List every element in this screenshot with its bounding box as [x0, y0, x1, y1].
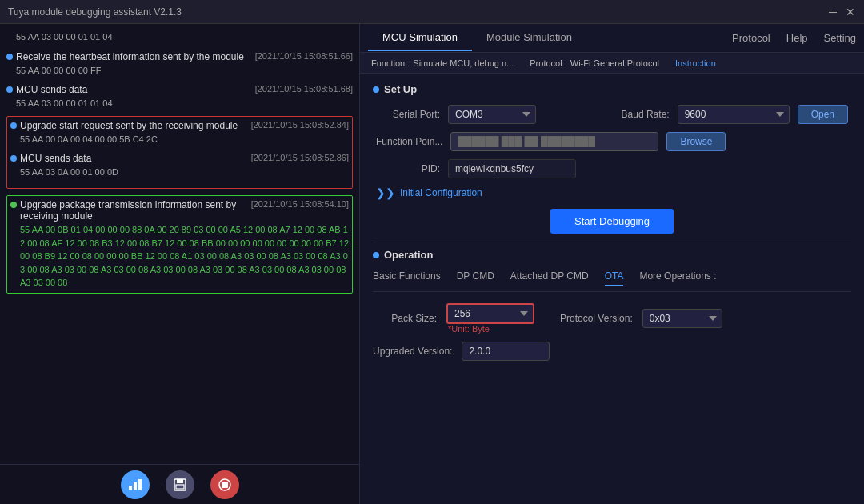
pack-size-row: Pack Size: 256 *Unit: Byte Protocol Vers…	[373, 303, 851, 334]
function-label: Function: Simulate MCU, debug n...	[371, 58, 514, 68]
log-header: Upgrade start request sent by the receiv…	[10, 120, 349, 131]
svg-rect-1	[134, 482, 137, 490]
log-area: 55 AA 03 00 00 01 01 04 Receive the hear…	[0, 24, 359, 464]
svg-rect-7	[222, 482, 228, 488]
instruction-link[interactable]: Instruction	[675, 58, 716, 68]
function-point-label: Function Poin...	[376, 136, 442, 147]
log-header: MCU sends data [2021/10/15 15:08:51.68]	[6, 84, 353, 95]
log-header: Receive the heartbeat information sent b…	[6, 51, 353, 62]
log-hex: 55 AA 03 00 00 01 01 04	[16, 97, 353, 110]
log-dot	[10, 155, 17, 162]
list-item: MCU sends data [2021/10/15 15:08:51.68] …	[6, 84, 353, 110]
protocol-menu[interactable]: Protocol	[732, 32, 770, 44]
setting-menu[interactable]: Setting	[824, 32, 856, 44]
list-item: Upgrade start request sent by the receiv…	[10, 120, 349, 146]
log-dot	[6, 54, 13, 60]
upgraded-version-row: Upgraded Version:	[373, 342, 851, 361]
open-button[interactable]: Open	[798, 105, 848, 124]
tab-mcu-simulation[interactable]: MCU Simulation	[368, 25, 472, 51]
log-dot	[10, 122, 17, 129]
log-header: MCU sends data [2021/10/15 15:08:52.86]	[10, 153, 349, 164]
log-title: MCU sends data	[16, 84, 249, 95]
serial-port-row: Serial Port: COM3 Baud Rate: 9600 Open	[373, 105, 851, 124]
help-menu[interactable]: Help	[786, 32, 808, 44]
baud-rate-select[interactable]: 9600	[678, 105, 790, 124]
svg-rect-5	[176, 485, 184, 489]
upgraded-version-label: Upgraded Version:	[373, 346, 452, 357]
log-title: Upgrade package transmission information…	[20, 199, 245, 222]
list-item: Receive the heartbeat information sent b…	[6, 51, 353, 78]
protocol-value: Wi-Fi General Protocol	[570, 58, 659, 68]
main-layout: 55 AA 03 00 00 01 01 04 Receive the hear…	[0, 24, 864, 504]
close-button[interactable]: ✕	[845, 6, 856, 18]
protocol-version-label: Protocol Version:	[560, 313, 633, 324]
tab-attached-dp-cmd[interactable]: Attached DP CMD	[510, 270, 589, 286]
stop-icon	[218, 478, 232, 492]
tab-dp-cmd[interactable]: DP CMD	[457, 270, 494, 286]
log-timestamp: [2021/10/15 15:08:52.86]	[251, 153, 349, 162]
log-timestamp: [2021/10/15 15:08:51.68]	[255, 84, 353, 94]
upgraded-version-input[interactable]	[462, 342, 550, 361]
setup-dot	[373, 86, 379, 93]
list-item: MCU sends data [2021/10/15 15:08:52.86] …	[10, 153, 349, 179]
log-timestamp: [2021/10/15 15:08:51.66]	[255, 51, 353, 61]
function-value: Simulate MCU, debug n...	[413, 58, 514, 68]
log-hex: 55 AA 00 0A 00 04 00 00 5B C4 2C	[20, 133, 349, 146]
content-area: Set Up Serial Port: COM3 Baud Rate: 9600…	[360, 74, 864, 504]
chart-button[interactable]	[121, 470, 150, 499]
unit-hint: *Unit: Byte	[448, 324, 490, 334]
operation-title: Operation	[384, 249, 433, 261]
setup-title: Set Up	[384, 83, 417, 95]
chart-icon	[128, 478, 142, 492]
bottom-toolbar	[0, 464, 359, 504]
save-icon	[173, 478, 187, 492]
log-hex: 55 AA 00 00 00 00 FF	[16, 64, 353, 78]
protocol-version-select[interactable]: 0x03	[642, 309, 722, 328]
divider	[373, 242, 851, 242]
operation-header: Operation	[373, 249, 851, 261]
log-header: Upgrade package transmission information…	[10, 199, 349, 222]
nav-right: Protocol Help Setting	[732, 32, 856, 44]
window-controls: ─ ✕	[827, 6, 856, 18]
serial-port-select[interactable]: COM3	[448, 105, 536, 124]
top-nav: MCU Simulation Module Simulation Protoco…	[360, 24, 864, 53]
tab-ota[interactable]: OTA	[605, 270, 624, 286]
start-debugging-button[interactable]: Start Debugging	[550, 209, 674, 234]
function-point-row: Function Poin... Browse	[373, 132, 851, 151]
log-dot	[10, 202, 17, 208]
pid-value: mqlewikqnbus5fcy	[448, 159, 576, 178]
setup-header: Set Up	[373, 83, 851, 95]
log-timestamp: [2021/10/15 15:08:52.84]	[251, 120, 349, 130]
tab-module-simulation[interactable]: Module Simulation	[472, 25, 586, 51]
initial-config-toggle[interactable]: ❯❯ Initial Configuration	[373, 186, 851, 199]
log-title: Upgrade start request sent by the receiv…	[20, 120, 245, 131]
serial-port-label: Serial Port:	[376, 109, 440, 120]
list-item: 55 AA 03 00 00 01 01 04	[6, 30, 353, 45]
protocol-label: Protocol: Wi-Fi General Protocol	[530, 58, 659, 68]
function-point-input[interactable]	[450, 132, 658, 151]
svg-rect-4	[177, 479, 183, 483]
svg-rect-0	[129, 486, 132, 490]
minimize-button[interactable]: ─	[827, 6, 838, 18]
browse-button[interactable]: Browse	[666, 132, 726, 151]
log-box-green: Upgrade package transmission information…	[6, 195, 353, 294]
log-hex-green: 55 AA 00 0B 01 04 00 00 00 88 0A 00 20 8…	[20, 223, 349, 290]
stop-button[interactable]	[210, 470, 239, 499]
right-panel: MCU Simulation Module Simulation Protoco…	[360, 24, 864, 504]
tab-basic-functions[interactable]: Basic Functions	[373, 270, 441, 286]
baud-rate-label: Baud Rate:	[606, 109, 670, 120]
pack-size-select[interactable]: 256	[446, 303, 534, 324]
pack-size-label: Pack Size:	[373, 313, 437, 324]
log-box-red: Upgrade start request sent by the receiv…	[6, 116, 353, 189]
operation-dot	[373, 252, 379, 258]
log-title: Receive the heartbeat information sent b…	[16, 51, 249, 62]
save-button[interactable]	[166, 470, 194, 499]
log-dot	[6, 86, 13, 93]
log-hex: 55 AA 03 0A 00 01 00 0D	[20, 166, 349, 179]
app-title: Tuya module debugging assistant V2.1.3	[8, 6, 182, 18]
title-bar: Tuya module debugging assistant V2.1.3 ─…	[0, 0, 864, 24]
pack-size-container: 256 *Unit: Byte	[446, 303, 534, 334]
tab-more-operations[interactable]: More Operations :	[639, 270, 716, 286]
nav-tabs: MCU Simulation Module Simulation	[368, 25, 586, 51]
log-title: MCU sends data	[20, 153, 245, 164]
